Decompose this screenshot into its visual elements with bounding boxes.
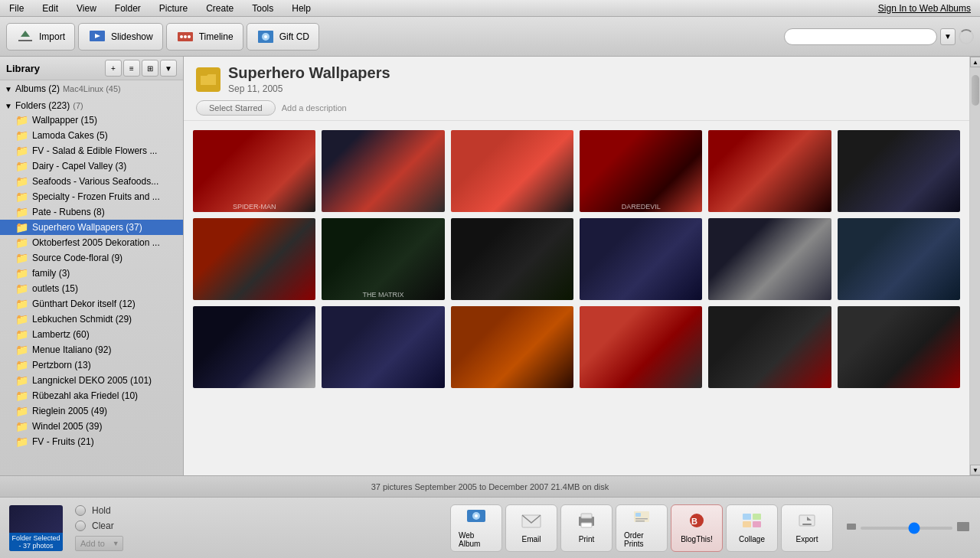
photo-cell[interactable]: SPIDER-MAN (193, 130, 315, 212)
print-button[interactable]: Print (560, 504, 612, 552)
sidebar-item-seafoods[interactable]: 📁 Seafoods - Various Seafoods... (0, 174, 183, 189)
sidebar-item-outlets[interactable]: 📁 outlets (15) (0, 281, 183, 296)
sidebar-sort-button[interactable]: ▼ (160, 60, 177, 77)
photo-cell[interactable] (451, 218, 573, 300)
sidebar-item-lebkuchen[interactable]: 📁 Lebkuchen Schmidt (29) (0, 312, 183, 327)
hold-label[interactable]: Hold (92, 505, 111, 516)
menu-view[interactable]: View (74, 2, 100, 15)
content-scrollbar: ▲ ▼ (969, 57, 980, 475)
sidebar-item-fv-salad[interactable]: 📁 FV - Salad & Edible Flowers ... (0, 143, 183, 158)
photo-cell[interactable] (708, 306, 831, 388)
svg-rect-27 (753, 521, 761, 527)
photo-cell[interactable] (838, 218, 960, 300)
sidebar-item-pertzborn[interactable]: 📁 Pertzborn (13) (0, 357, 183, 373)
giftcd-button[interactable]: Gift CD (247, 23, 319, 51)
svg-rect-25 (753, 514, 761, 520)
sidebar-item-label: Lamoda Cakes (5) (32, 130, 108, 141)
menu-tools[interactable]: Tools (249, 2, 276, 15)
sidebar-item-lambertz[interactable]: 📁 Lambertz (60) (0, 327, 183, 342)
sidebar-add-button[interactable]: + (105, 60, 122, 77)
photo-cell[interactable] (708, 130, 831, 212)
clear-label[interactable]: Clear (92, 520, 114, 531)
svg-rect-20 (635, 518, 648, 520)
folder-icon: 📁 (15, 175, 28, 188)
zoom-slider[interactable] (861, 527, 952, 530)
order-prints-icon (631, 508, 652, 530)
sidebar-item-windel[interactable]: 📁 Windel 2005 (39) (0, 419, 183, 434)
menu-file[interactable]: File (6, 2, 27, 15)
photo-cell[interactable] (451, 306, 573, 388)
photo-cell[interactable]: DAREDEVIL (580, 130, 702, 212)
photo-cell[interactable] (580, 306, 702, 388)
import-label: Import (39, 31, 65, 42)
folder-icon: 📁 (15, 191, 28, 203)
search-dropdown-arrow[interactable]: ▼ (940, 28, 956, 45)
sidebar-item-menue[interactable]: 📁 Menue Italiano (92) (0, 342, 183, 357)
folders-section-label: Folders (223) (15, 100, 70, 111)
sidebar-item-fv-fruits[interactable]: 📁 FV - Fruits (21) (0, 434, 183, 449)
sidebar-item-pate[interactable]: 📁 Pate - Rubens (8) (0, 204, 183, 220)
sidebar-item-oktoberfest[interactable]: 📁 Oktoberfest 2005 Dekoration ... (0, 235, 183, 250)
photo-cell[interactable] (322, 306, 444, 388)
sidebar-item-lamoda[interactable]: 📁 Lamoda Cakes (5) (0, 128, 183, 143)
photo-cell[interactable] (708, 218, 831, 300)
sidebar-item-label: Rieglein 2005 (49) (32, 406, 107, 416)
collage-button[interactable]: Collage (726, 504, 778, 552)
sidebar-item-dairy[interactable]: 📁 Dairy - Capel Valley (3) (0, 158, 183, 174)
scroll-down-button[interactable]: ▼ (970, 465, 980, 475)
folder-icon: 📁 (15, 282, 28, 295)
sidebar-grid-view-button[interactable]: ⊞ (142, 60, 158, 77)
sidebar-item-superhero[interactable]: 📁 Superhero Wallpapers (37) (0, 220, 183, 235)
sidebar-item-specialty[interactable]: 📁 Specialty - Frozen Fruits and ... (0, 189, 183, 204)
web-album-button[interactable]: Web Album (450, 504, 502, 552)
slideshow-button[interactable]: Slideshow (78, 23, 163, 51)
sidebar-item-rubezahl[interactable]: 📁 Rübezahl aka Friedel (10) (0, 388, 183, 403)
timeline-button[interactable]: Timeline (166, 23, 243, 51)
add-description-link[interactable]: Add a description (282, 103, 347, 113)
photo-cell[interactable] (838, 130, 960, 212)
select-starred-button[interactable]: Select Starred (196, 100, 276, 116)
folders-triangle-icon: ▼ (5, 102, 12, 110)
menu-help[interactable]: Help (289, 2, 314, 15)
blogthis-label: BlogThis! (681, 535, 713, 543)
slider-area (845, 520, 971, 535)
email-button[interactable]: Email (505, 504, 557, 552)
export-button[interactable]: Export (781, 504, 833, 552)
search-input[interactable] (784, 28, 937, 45)
sidebar-item-sourcecode[interactable]: 📁 Source Code-floral (9) (0, 250, 183, 266)
photo-cell[interactable] (193, 306, 315, 388)
sidebar-header-buttons: + ≡ ⊞ ▼ (105, 60, 177, 77)
folders-sub-label: (7) (73, 101, 83, 110)
sidebar-list-view-button[interactable]: ≡ (123, 60, 140, 77)
folder-icon: 📁 (15, 374, 28, 387)
web-album-label: Web Album (459, 531, 494, 548)
folder-icon: 📁 (15, 206, 28, 218)
sidebar-item-family[interactable]: 📁 family (3) (0, 266, 183, 281)
photo-cell[interactable] (580, 218, 702, 300)
menu-create[interactable]: Create (203, 2, 237, 15)
signin-link[interactable]: Sign In to Web Albums (875, 2, 974, 15)
svg-marker-1 (21, 31, 30, 37)
folders-section-header[interactable]: ▼ Folders (223) (7) (0, 99, 183, 113)
sidebar-item-label: Günthart Dekor itself (12) (32, 299, 136, 309)
photo-cell[interactable] (451, 130, 573, 212)
sidebar-item-langnickel[interactable]: 📁 Langnickel DEKO 2005 (101) (0, 373, 183, 388)
photo-cell[interactable] (193, 218, 315, 300)
scroll-up-button[interactable]: ▲ (970, 57, 980, 67)
sidebar-item-rieglein[interactable]: 📁 Rieglein 2005 (49) (0, 403, 183, 419)
menu-picture[interactable]: Picture (156, 2, 191, 15)
sidebar-item-label: Langnickel DEKO 2005 (101) (32, 375, 152, 386)
photo-cell[interactable] (838, 306, 960, 388)
photo-cell[interactable] (322, 130, 444, 212)
menu-folder[interactable]: Folder (112, 2, 144, 15)
photo-cell[interactable]: THE MATRIX (322, 218, 444, 300)
order-prints-button[interactable]: Order Prints (616, 504, 668, 552)
menu-edit[interactable]: Edit (39, 2, 61, 15)
sidebar-item-wallpapper[interactable]: 📁 Wallpapper (15) (0, 113, 183, 128)
export-icon (796, 512, 818, 534)
albums-section-header[interactable]: ▼ Albums (2) Mac4Linux (45) (0, 82, 183, 96)
blogthis-button[interactable]: B BlogThis! (671, 504, 723, 552)
sidebar-item-gunthart[interactable]: 📁 Günthart Dekor itself (12) (0, 296, 183, 312)
import-button[interactable]: Import (6, 23, 75, 51)
scroll-handle[interactable] (972, 75, 979, 106)
